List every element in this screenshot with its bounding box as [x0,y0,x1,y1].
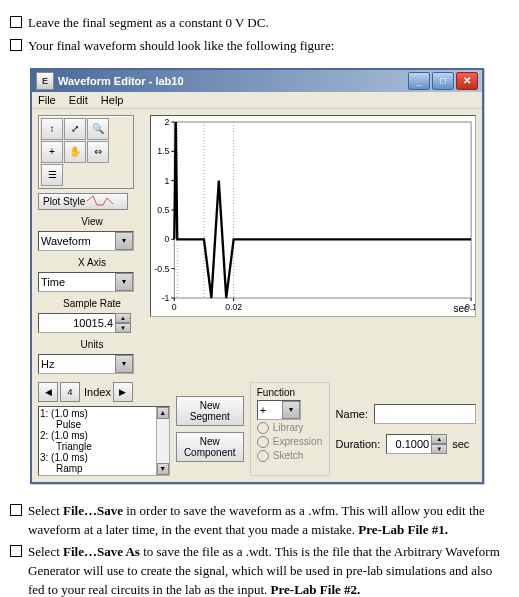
doc-bullet-3: Select File…Save in order to save the wa… [10,502,509,540]
scroll-track[interactable] [157,419,169,463]
view-select[interactable]: Waveform ▾ [38,231,134,251]
scrollbar-vertical[interactable]: ▲ ▼ [156,407,169,475]
list-item[interactable]: Pulse [40,419,168,430]
radio-expression: Expression [257,436,323,448]
close-button[interactable]: ✕ [456,72,478,90]
svg-rect-0 [174,122,471,298]
tool-zoom-icon[interactable]: ⤢ [64,118,86,140]
tool-magnify-icon[interactable]: 🔍 [87,118,109,140]
new-segment-button[interactable]: New Segment [176,396,244,426]
bullet-text: Leave the final segment as a constant 0 … [28,14,509,33]
window-title: Waveform Editor - lab10 [58,75,408,87]
new-component-button[interactable]: New Component [176,432,244,462]
radio-library: Library [257,422,323,434]
menu-help[interactable]: Help [101,94,124,106]
spin-down-icon[interactable]: ▼ [431,444,447,454]
view-label: View [38,216,146,227]
spin-down-icon[interactable]: ▼ [115,323,131,333]
bullet-box-icon [10,545,22,557]
list-item[interactable]: 1: (1.0 ms) [40,408,168,419]
waveform-glyph-icon [87,196,115,206]
plot-svg: -1-0.500.511.5200.020.1 [151,116,475,316]
chevron-down-icon: ▾ [282,401,300,419]
function-label: Function [257,387,323,398]
segment-buttons: New Segment New Component [176,382,244,476]
left-panel: ↕ ⤢ 🔍 + ✋ ⇔ ☰ Plot Style View Waveform ▾ [38,115,146,374]
tool-plus-icon[interactable]: + [41,141,63,163]
bullet-box-icon [10,16,22,28]
properties-panel: Name: Duration: 0.1000 ▲ ▼ sec [336,382,476,476]
waveform-editor-window: E Waveform Editor - lab10 _ □ ✕ File Edi… [30,68,484,484]
svg-text:0.02: 0.02 [225,302,242,312]
svg-text:2: 2 [165,117,170,127]
samplerate-value: 10015.4 [39,317,115,329]
tool-hand-icon[interactable]: ✋ [64,141,86,163]
segment-list-panel: ◀ 4 Index ▶ 1: (1.0 ms) Pulse 2: (1.0 ms… [38,382,170,476]
name-label: Name: [336,408,368,420]
tool-menu-icon[interactable]: ☰ [41,164,63,186]
svg-text:1: 1 [165,175,170,185]
function-select[interactable]: + ▾ [257,400,301,420]
duration-unit: sec [452,438,469,450]
svg-text:-1: -1 [162,293,170,303]
radio-icon [257,450,269,462]
scroll-up-icon[interactable]: ▲ [157,407,169,419]
scroll-down-icon[interactable]: ▼ [157,463,169,475]
svg-text:1.5: 1.5 [157,146,169,156]
waveform-plot: -1-0.500.511.5200.020.1 sec [150,115,476,317]
list-item[interactable]: 2: (1.0 ms) [40,430,168,441]
menu-edit[interactable]: Edit [69,94,88,106]
radio-icon [257,422,269,434]
name-input[interactable] [374,404,476,424]
plot-style-button[interactable]: Plot Style [38,193,128,210]
duration-input[interactable]: 0.1000 ▲ ▼ [386,434,446,454]
index-prev-button[interactable]: ◀ [38,382,58,402]
samplerate-input[interactable]: 10015.4 ▲ ▼ [38,313,130,333]
radio-sketch: Sketch [257,450,323,462]
chevron-down-icon: ▾ [115,232,133,250]
bullet-text: Select File…Save in order to save the wa… [28,502,509,540]
menu-file[interactable]: File [38,94,56,106]
index-value[interactable]: 4 [60,382,80,402]
svg-text:0: 0 [172,302,177,312]
doc-bullet-2: Your final waveform should look like the… [10,37,509,56]
bullet-box-icon [10,504,22,516]
chevron-down-icon: ▾ [115,355,133,373]
tool-cursor-icon[interactable]: ↕ [41,118,63,140]
segment-listbox[interactable]: 1: (1.0 ms) Pulse 2: (1.0 ms) Triangle 3… [38,406,170,476]
function-panel: Function + ▾ Library Expression Sketch [250,382,330,476]
xaxis-select[interactable]: Time ▾ [38,272,134,292]
svg-text:-0.5: -0.5 [154,263,169,273]
function-value: + [260,404,266,416]
list-item[interactable]: Triangle [40,441,168,452]
doc-bullet-1: Leave the final segment as a constant 0 … [10,14,509,33]
spin-up-icon[interactable]: ▲ [431,434,447,444]
view-value: Waveform [41,235,91,247]
samplerate-label: Sample Rate [38,298,146,309]
menubar: File Edit Help [32,92,482,109]
duration-label: Duration: [336,438,381,450]
spin-up-icon[interactable]: ▲ [115,313,131,323]
app-body: ↕ ⤢ 🔍 + ✋ ⇔ ☰ Plot Style View Waveform ▾ [32,109,482,482]
bullet-text: Your final waveform should look like the… [28,37,509,56]
app-icon: E [36,72,54,90]
tool-scale-icon[interactable]: ⇔ [87,141,109,163]
x-unit-label: sec [453,303,469,314]
svg-text:0: 0 [165,234,170,244]
bullet-text: Select File…Save As to save the file as … [28,543,509,597]
maximize-button[interactable]: □ [432,72,454,90]
xaxis-label: X Axis [38,257,146,268]
doc-bullet-4: Select File…Save As to save the file as … [10,543,509,597]
xaxis-value: Time [41,276,65,288]
minimize-button[interactable]: _ [408,72,430,90]
units-select[interactable]: Hz ▾ [38,354,134,374]
plot-style-label: Plot Style [43,196,85,207]
cursor-toolbar: ↕ ⤢ 🔍 + ✋ ⇔ ☰ [38,115,134,189]
duration-value: 0.1000 [387,438,431,450]
list-item[interactable]: 4: (100 ms) [40,474,168,476]
chevron-down-icon: ▾ [115,273,133,291]
list-item[interactable]: Ramp [40,463,168,474]
index-next-button[interactable]: ▶ [113,382,133,402]
radio-icon [257,436,269,448]
list-item[interactable]: 3: (1.0 ms) [40,452,168,463]
